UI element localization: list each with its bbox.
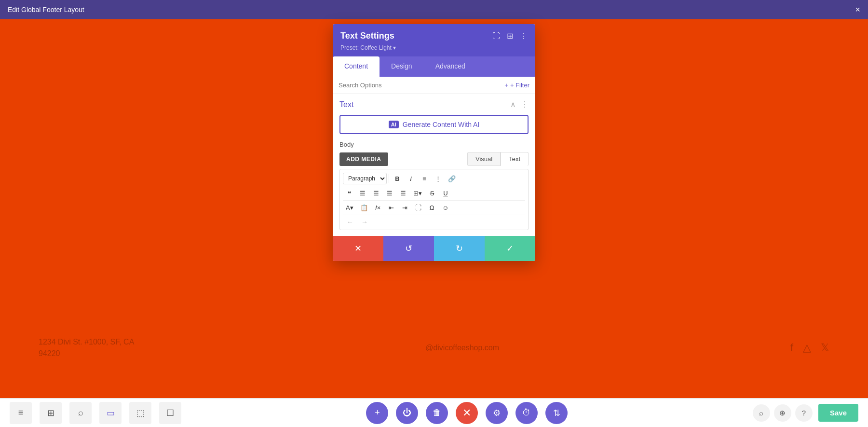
paste-button[interactable]: 📋 xyxy=(357,202,371,213)
bottom-right-tools: ⌕ ⊕ ? Save xyxy=(753,404,858,422)
fullscreen-editor-button[interactable]: ⛶ xyxy=(412,202,425,213)
panel-title: Text Settings xyxy=(340,31,394,41)
preset-selector[interactable]: Preset: Coffee Light ▾ xyxy=(340,44,396,51)
text-color-button[interactable]: A▾ xyxy=(343,202,356,213)
panel-header: Text Settings ⛶ ⊞ ⋮ Preset: Coffee Light… xyxy=(333,24,535,56)
help-icon[interactable]: ? xyxy=(795,404,813,422)
history-button[interactable]: ⏱ xyxy=(515,402,538,424)
ai-badge: AI xyxy=(389,121,399,128)
save-button[interactable]: Save xyxy=(818,404,858,422)
clear-format-button[interactable]: I× xyxy=(372,202,384,213)
generate-ai-button[interactable]: AI Generate Content With AI xyxy=(339,115,529,134)
align-center-button[interactable]: ☰ xyxy=(370,188,382,199)
add-media-button[interactable]: ADD MEDIA xyxy=(339,152,388,166)
indent-increase-button[interactable]: ⇥ xyxy=(399,202,411,213)
text-section-controls: ∧ ⋮ xyxy=(510,100,529,109)
paragraph-select[interactable]: Paragraph xyxy=(343,173,387,184)
bold-button[interactable]: B xyxy=(391,173,404,184)
bottom-center-tools: + ⏻ 🗑 ✕ ⚙ ⏱ ⇅ xyxy=(366,402,568,424)
toolbar-row-3: A▾ 📋 I× ⇤ ⇥ ⛶ Ω ☺ xyxy=(343,201,525,215)
footer-social-icons: f △ 𝕏 xyxy=(790,342,829,354)
main-canvas: 1234 Divi St. #1000, SF, CA94220 @divico… xyxy=(0,19,868,398)
body-label: Body xyxy=(339,141,529,148)
menu-button[interactable]: ≡ xyxy=(10,402,32,424)
columns-icon[interactable]: ⊞ xyxy=(507,31,513,41)
delete-button[interactable]: 🗑 xyxy=(426,402,448,424)
strikethrough-button[interactable]: S xyxy=(426,188,438,199)
table-button[interactable]: ⊞▾ xyxy=(410,188,425,199)
close-button[interactable]: ✕ xyxy=(456,402,478,424)
italic-button[interactable]: I xyxy=(405,173,417,184)
align-right-button[interactable]: ☰ xyxy=(383,188,396,199)
facebook-icon: f xyxy=(790,342,793,354)
layers-icon[interactable]: ⊕ xyxy=(774,404,791,422)
add-module-button[interactable]: + xyxy=(366,402,388,424)
generate-ai-label: Generate Content With AI xyxy=(403,121,480,128)
settings-panel: Text Settings ⛶ ⊞ ⋮ Preset: Coffee Light… xyxy=(333,24,535,261)
bottom-icon-group: ⌕ ⊕ ? xyxy=(753,404,813,422)
search-icon-right[interactable]: ⌕ xyxy=(753,404,770,422)
filter-button[interactable]: + + Filter xyxy=(504,82,529,89)
grid-button[interactable]: ⊞ xyxy=(40,402,62,424)
filter-label: + Filter xyxy=(510,82,529,89)
emoji-button[interactable]: ☺ xyxy=(439,202,452,213)
twitter-x-icon: 𝕏 xyxy=(821,342,829,354)
tab-advanced[interactable]: Advanced xyxy=(424,56,477,77)
bottom-left-tools: ≡ ⊞ ⌕ ▭ ⬚ ☐ xyxy=(10,402,181,424)
mobile-view-button[interactable]: ☐ xyxy=(159,402,181,424)
text-tab[interactable]: Text xyxy=(501,152,529,166)
cancel-button[interactable]: ✕ xyxy=(333,236,383,261)
align-left-button[interactable]: ☰ xyxy=(356,188,369,199)
view-tabs: Visual Text xyxy=(467,152,529,166)
special-chars-button[interactable]: Ω xyxy=(426,202,438,213)
search-button-bottom[interactable]: ⌕ xyxy=(69,402,92,424)
undo-button[interactable]: ↺ xyxy=(383,236,434,261)
more-options-icon[interactable]: ⋮ xyxy=(520,31,528,41)
tab-design[interactable]: Design xyxy=(380,56,424,77)
editor-toolbar: Paragraph B I ≡ ⋮ 🔗 ❝ ☰ ☰ ☰ xyxy=(339,169,529,230)
footer-address: 1234 Divi St. #1000, SF, CA94220 xyxy=(39,336,134,359)
media-toolbar: ADD MEDIA Visual Text xyxy=(339,152,529,166)
quote-button[interactable]: ❝ xyxy=(343,188,355,199)
fullscreen-icon[interactable]: ⛶ xyxy=(492,32,500,41)
bottom-toolbar: ≡ ⊞ ⌕ ▭ ⬚ ☐ + ⏻ 🗑 ✕ ⚙ ⏱ ⇅ ⌕ ⊕ ? Save xyxy=(0,398,868,427)
align-justify-button[interactable]: ☰ xyxy=(397,188,409,199)
desktop-view-button[interactable]: ▭ xyxy=(99,402,122,424)
sort-button[interactable]: ⇅ xyxy=(545,402,568,424)
footer-background-content: 1234 Divi St. #1000, SF, CA94220 @divico… xyxy=(0,336,868,359)
tab-content[interactable]: Content xyxy=(333,56,380,77)
search-input[interactable] xyxy=(339,82,501,89)
text-section-more-icon[interactable]: ⋮ xyxy=(521,100,529,109)
undo-editor-button[interactable]: ← xyxy=(344,217,356,227)
toolbar-row-2: ❝ ☰ ☰ ☰ ☰ ⊞▾ S U xyxy=(343,186,525,201)
collapse-icon[interactable]: ∧ xyxy=(510,100,516,109)
text-section: Text ∧ ⋮ AI Generate Content With AI Bod… xyxy=(333,94,535,236)
unordered-list-button[interactable]: ≡ xyxy=(418,173,431,184)
undo-redo-row: ← → xyxy=(343,215,525,228)
power-button[interactable]: ⏻ xyxy=(396,402,418,424)
panel-tabs: Content Design Advanced xyxy=(333,56,535,77)
search-bar: + + Filter xyxy=(333,77,535,94)
visual-tab[interactable]: Visual xyxy=(467,152,501,166)
panel-header-top: Text Settings ⛶ ⊞ ⋮ xyxy=(340,31,528,41)
ordered-list-button[interactable]: ⋮ xyxy=(432,173,444,184)
settings-button[interactable]: ⚙ xyxy=(486,402,508,424)
window-close-button[interactable]: × xyxy=(855,5,860,15)
indent-decrease-button[interactable]: ⇤ xyxy=(385,202,398,213)
redo-button[interactable]: ↻ xyxy=(434,236,485,261)
action-bar: ✕ ↺ ↻ ✓ xyxy=(333,236,535,261)
underline-button[interactable]: U xyxy=(439,188,452,199)
link-button[interactable]: 🔗 xyxy=(445,173,459,184)
tablet-view-button[interactable]: ⬚ xyxy=(129,402,151,424)
redo-editor-button[interactable]: → xyxy=(358,217,371,227)
instagram-icon: △ xyxy=(803,342,811,354)
panel-body: + + Filter Text ∧ ⋮ AI Generate Content … xyxy=(333,77,535,236)
panel-header-icons: ⛶ ⊞ ⋮ xyxy=(492,31,528,41)
text-section-title: Text xyxy=(339,100,353,109)
filter-plus-icon: + xyxy=(504,82,508,89)
toolbar-row-1: Paragraph B I ≡ ⋮ 🔗 xyxy=(343,171,525,186)
text-section-header: Text ∧ ⋮ xyxy=(339,100,529,109)
footer-email: @divicoffeeshop.com xyxy=(425,344,499,352)
window-title: Edit Global Footer Layout xyxy=(8,6,84,14)
confirm-button[interactable]: ✓ xyxy=(485,236,535,261)
